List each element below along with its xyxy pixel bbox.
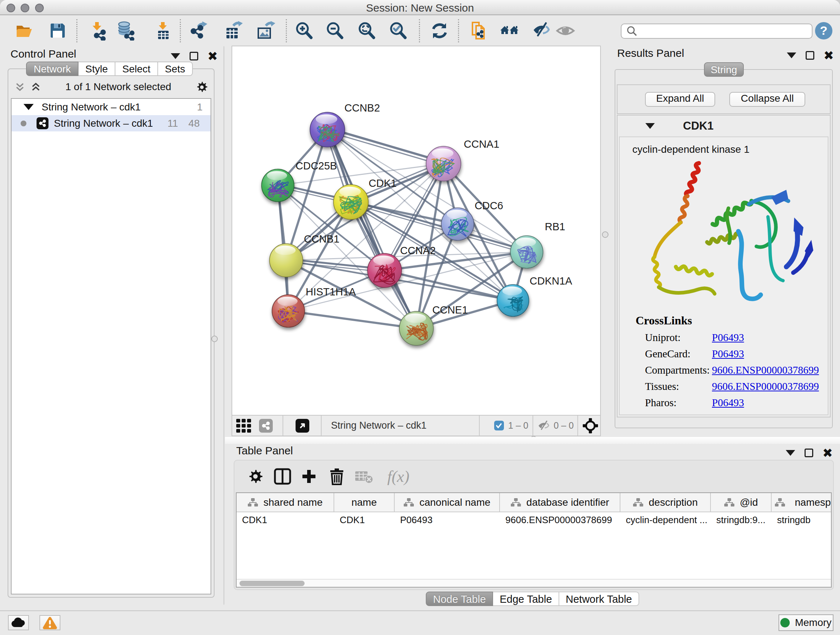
expand-all-networks-icon[interactable] bbox=[30, 81, 42, 93]
open-session-button[interactable] bbox=[14, 21, 34, 41]
show-all-button[interactable] bbox=[555, 21, 576, 41]
close-panel-icon[interactable]: ✖ bbox=[824, 49, 834, 62]
tab-network-table[interactable]: Network Table bbox=[559, 592, 639, 606]
crosslink-link[interactable]: 9606.ENSP00000378699 bbox=[712, 364, 819, 376]
entry-expander-icon[interactable] bbox=[645, 123, 655, 129]
column-header-shared-name[interactable]: shared name bbox=[237, 493, 334, 511]
node-RB1[interactable] bbox=[510, 236, 543, 268]
column-header-namespace[interactable]: namespace bbox=[772, 493, 832, 511]
delete-table-button[interactable] bbox=[354, 466, 374, 486]
node-CDC6[interactable] bbox=[441, 208, 474, 241]
crosslink-link[interactable]: P06493 bbox=[712, 397, 744, 409]
search-input[interactable] bbox=[638, 24, 812, 38]
column-header-database-identifier[interactable]: database identifier bbox=[500, 493, 621, 511]
save-session-button[interactable] bbox=[47, 21, 68, 41]
zoom-selected-button[interactable] bbox=[388, 21, 409, 41]
tab-network[interactable]: Network bbox=[26, 62, 79, 76]
network-row[interactable]: String Network – cdk1 11 48 bbox=[11, 115, 210, 131]
network-options-gear-icon[interactable] bbox=[195, 80, 209, 94]
cloud-button[interactable] bbox=[8, 615, 29, 630]
edge-CCNB2-CCNA1[interactable] bbox=[328, 128, 444, 162]
delete-column-button[interactable] bbox=[327, 466, 347, 486]
collapse-all-networks-icon[interactable] bbox=[14, 81, 26, 93]
apply-function-button[interactable]: f(x) bbox=[381, 466, 416, 486]
network-canvas[interactable]: CCNB2CCNA1CDC25BCDK1CDC6RB1CCNB1CCNA2CDK… bbox=[232, 46, 601, 415]
warnings-button[interactable] bbox=[39, 615, 60, 630]
add-column-button[interactable] bbox=[299, 466, 319, 486]
search-box[interactable] bbox=[621, 24, 813, 39]
panel-menu-icon[interactable] bbox=[786, 450, 795, 456]
tab-edge-table[interactable]: Edge Table bbox=[493, 592, 559, 606]
crosslink-link[interactable]: 9606.ENSP00000378699 bbox=[712, 380, 819, 393]
zoom-out-button[interactable] bbox=[325, 21, 345, 41]
column-header--id[interactable]: @id bbox=[711, 493, 772, 511]
cell-database-identifier: 9606.ENSP00000378699 bbox=[500, 515, 621, 526]
memory-button[interactable]: Memory bbox=[778, 614, 834, 631]
close-panel-icon[interactable]: ✖ bbox=[208, 50, 218, 62]
panel-menu-icon[interactable] bbox=[787, 52, 796, 58]
string-home-button[interactable] bbox=[499, 21, 519, 41]
node-HIST1H1A[interactable] bbox=[272, 295, 305, 327]
zoom-in-button[interactable] bbox=[294, 21, 314, 41]
edge-HIST1H1A-CCNE1[interactable] bbox=[288, 311, 416, 328]
tab-style[interactable]: Style bbox=[79, 62, 115, 76]
zoom-fit-icon bbox=[357, 21, 377, 41]
import-network-database-button[interactable] bbox=[116, 21, 136, 41]
tab-select[interactable]: Select bbox=[115, 62, 158, 76]
column-header-name[interactable]: name bbox=[334, 493, 395, 511]
plus-icon bbox=[300, 468, 317, 485]
export-image-button[interactable] bbox=[256, 21, 276, 41]
grid-view-icon[interactable] bbox=[236, 419, 253, 432]
network-collection-row[interactable]: String Network – cdk1 1 bbox=[11, 99, 210, 115]
crosslink-link[interactable]: P06493 bbox=[712, 348, 744, 360]
column-header-canonical-name[interactable]: canonical name bbox=[395, 493, 500, 511]
node-CCNB1[interactable] bbox=[270, 244, 303, 277]
selected-nodes-checkbox-icon[interactable] bbox=[494, 421, 504, 431]
horizontal-scrollbar[interactable] bbox=[237, 579, 831, 587]
node-CCNE1[interactable] bbox=[399, 311, 433, 345]
birds-eye-view-icon[interactable] bbox=[259, 419, 273, 432]
export-table-button[interactable] bbox=[224, 21, 244, 41]
fx-icon: f(x) bbox=[387, 467, 409, 486]
toggle-panes-button[interactable] bbox=[272, 466, 293, 486]
expand-all-button[interactable]: Expand All bbox=[645, 92, 715, 107]
node-CCNA1[interactable] bbox=[426, 146, 461, 181]
tab-sets[interactable]: Sets bbox=[158, 62, 193, 76]
gene-description: cyclin-dependent kinase 1 bbox=[632, 144, 750, 155]
column-header-description[interactable]: description bbox=[621, 493, 711, 511]
apply-layout-button[interactable] bbox=[429, 21, 450, 41]
export-view-icon[interactable] bbox=[295, 419, 309, 432]
import-table-file-button[interactable] bbox=[153, 21, 173, 41]
node-CDK1[interactable] bbox=[333, 185, 368, 219]
export-network-button[interactable] bbox=[189, 21, 209, 41]
crosslink-link[interactable]: P06493 bbox=[712, 332, 744, 344]
crosslink-row: GeneCard:P06493 bbox=[645, 348, 819, 360]
node-CCNB2[interactable] bbox=[310, 112, 345, 147]
float-panel-icon[interactable] bbox=[189, 52, 198, 60]
collapse-all-button[interactable]: Collapse All bbox=[729, 92, 805, 107]
left-splitter-handle[interactable] bbox=[211, 336, 218, 342]
import-network-file-button[interactable] bbox=[88, 21, 109, 41]
help-button[interactable]: ? bbox=[813, 21, 834, 41]
node-CDKN1A[interactable] bbox=[497, 285, 529, 317]
float-panel-icon[interactable] bbox=[805, 448, 813, 457]
crosshair-icon[interactable] bbox=[583, 418, 598, 434]
network-graph[interactable]: CCNB2CCNA1CDC25BCDK1CDC6RB1CCNB1CCNA2CDK… bbox=[232, 46, 600, 414]
scrollbar-thumb[interactable] bbox=[240, 581, 305, 586]
zoom-fit-button[interactable] bbox=[357, 21, 377, 41]
collection-expander-icon[interactable] bbox=[24, 104, 34, 110]
copy-button[interactable] bbox=[469, 21, 489, 41]
panel-menu-icon[interactable] bbox=[171, 53, 180, 59]
gene-entry-header[interactable]: CDK1 bbox=[617, 116, 830, 136]
close-panel-icon[interactable]: ✖ bbox=[823, 447, 833, 459]
node-CCNA2[interactable] bbox=[368, 253, 401, 287]
node-CDC25B[interactable] bbox=[262, 169, 294, 202]
table-row[interactable]: CDK1CDK1P064939606.ENSP00000378699cyclin… bbox=[237, 512, 831, 528]
node-label-HIST1H1A: HIST1H1A bbox=[306, 286, 356, 298]
edge-CCNB2-CCNA1[interactable] bbox=[327, 131, 443, 165]
tab-string[interactable]: String bbox=[704, 62, 744, 77]
hide-selected-button[interactable] bbox=[532, 21, 552, 41]
table-settings-button[interactable] bbox=[245, 466, 265, 486]
tab-node-table[interactable]: Node Table bbox=[426, 592, 493, 606]
float-panel-icon[interactable] bbox=[806, 51, 814, 60]
